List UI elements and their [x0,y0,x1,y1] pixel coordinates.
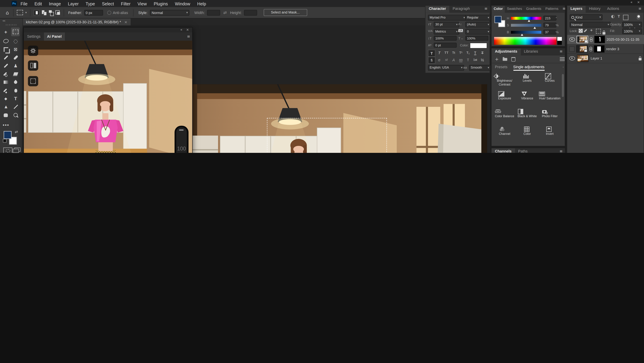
menu-filter[interactable]: Filter [121,1,130,6]
menu-file[interactable]: File [20,1,28,6]
language-select[interactable]: English: USA▾ [428,65,464,71]
tab-character[interactable]: Character [426,6,449,13]
dodge-tool[interactable] [12,87,20,94]
height-input[interactable] [244,10,257,16]
selection-intersect-icon[interactable] [56,10,60,15]
mask-link-icon[interactable] [589,47,592,50]
width-input[interactable] [207,10,220,16]
visibility-icon[interactable] [569,56,575,60]
menu-window[interactable]: Window [175,1,190,6]
hue-value[interactable]: 215 [543,16,556,21]
blend-mode-select[interactable]: Normal▾ [570,22,610,28]
adj-color-balance[interactable]: Color Balance [495,109,514,126]
collapse-toolbar-icon[interactable]: << [2,19,5,22]
visibility-icon[interactable] [569,37,575,42]
faux-bold-button[interactable]: T [428,50,435,57]
adj-vibrance[interactable]: Vibrance [521,91,533,109]
kerning-select[interactable]: Metrics▾ [434,29,459,35]
superscript-button[interactable]: T¹ [458,50,464,56]
adj-curves[interactable]: Curves [545,73,554,91]
list-view-icon[interactable] [560,57,564,61]
fractions-button[interactable]: ½ [479,57,486,63]
layer-row-layer1[interactable]: Layer 1 [567,54,644,63]
brush-tool[interactable] [2,62,10,69]
healing-brush-tool[interactable] [12,54,20,61]
tab-gradients[interactable]: Gradients [524,6,543,13]
layer-row-render3[interactable]: render 3 [567,44,644,54]
zoom-tool[interactable] [12,111,20,119]
move-tool[interactable]: + [2,28,10,36]
ai-strength-slider[interactable]: 100 [174,126,188,153]
history-brush-tool[interactable] [2,70,10,78]
lock-position-icon[interactable]: + [590,28,592,32]
selection-subtract-icon[interactable] [48,10,53,15]
close-tab-icon[interactable]: × [124,20,127,24]
hue-slider[interactable] [511,17,542,20]
adjustment-trash-icon[interactable] [512,57,516,62]
character-menu-icon[interactable]: ≡ [482,6,490,13]
adj-black-white[interactable]: Black & White [518,109,537,126]
ai-fullscreen-button[interactable] [28,76,38,86]
strikethrough-button[interactable]: T [479,50,486,56]
filter-toggle[interactable] [636,14,640,20]
tab-libraries[interactable]: Libraries [521,49,542,55]
tab-patterns[interactable]: Patterns [543,6,560,13]
ordinals-button[interactable]: 1st [472,57,478,63]
contextual-alternates-button[interactable]: σ [436,57,442,63]
adjustment-folder-icon[interactable] [503,58,507,61]
subtab-single-adjustments[interactable]: Single adjustments [513,65,544,71]
eraser-tool[interactable] [12,70,20,78]
menu-help[interactable]: Help [197,1,206,6]
layers-menu-icon[interactable]: ≡ [636,6,644,13]
filter-shape-layers-icon[interactable] [623,15,628,20]
adjustments-scrollbar[interactable] [562,74,564,97]
ai-panel-titlebar[interactable]: « × [24,28,192,32]
all-caps-button[interactable]: TT [443,50,450,56]
ligatures-button[interactable]: fi [428,57,435,64]
adj-invert[interactable]: Invert [546,126,554,144]
opacity-select[interactable]: 100%▾ [622,22,642,28]
font-family-select[interactable]: Myriad Pro▾ [428,15,466,21]
menu-image[interactable]: Image [49,1,61,6]
adjustments-menu-icon[interactable]: ≡ [558,49,565,55]
menu-view[interactable]: View [138,1,147,6]
ai-panel-collapse-icon[interactable]: « [180,28,182,32]
filter-type-layers-icon[interactable]: T [618,14,620,19]
subscript-button[interactable]: T₁ [465,50,471,56]
discretionary-ligatures-button[interactable]: st [443,57,450,63]
path-select-tool[interactable]: ▶ [2,103,10,111]
select-and-mask-button[interactable]: Select and Mask... [264,9,307,16]
channels-menu-icon[interactable]: ≡ [558,148,565,153]
lasso-tool[interactable] [2,37,10,45]
default-colors-icon[interactable] [3,139,6,142]
feather-input[interactable]: 0 px [84,10,103,16]
visibility-empty[interactable] [569,46,574,52]
menu-plugins[interactable]: Plugins [154,1,168,6]
eyedropper-tool[interactable] [2,54,10,61]
ai-panel-menu-icon[interactable]: ≡ [185,33,192,41]
titling-alternates-button[interactable]: T [465,57,471,63]
selection-brush-tool[interactable]: ◌ [12,37,20,45]
font-style-select[interactable]: Regular▾ [465,15,491,21]
fill-select[interactable]: 100%▾ [622,28,642,34]
blur-tool[interactable] [12,78,20,86]
brightness-value[interactable]: 37 [543,30,556,35]
adj-exposure[interactable]: +Exposure [498,91,511,109]
clone-stamp-tool[interactable]: ♟ [12,62,20,69]
frame-tool[interactable]: ⊠ [12,46,20,53]
tab-history[interactable]: History [586,6,604,13]
layer-filter-kind[interactable]: Kind ▾ [570,14,602,20]
gradient-tool[interactable] [2,78,10,86]
ai-tab-settings[interactable]: Settings [24,33,44,41]
faux-italic-button[interactable]: T [436,50,442,56]
lock-transparency-icon[interactable] [579,29,583,33]
marquee-tool-preset[interactable] [16,10,23,15]
color-spectrum-ramp[interactable] [494,37,556,45]
adj-brightness-contrast[interactable]: Brightness/ Contrast [493,73,516,91]
document-tab[interactable]: kitchen 02.png @ 100% (2025-03-30-21-11-… [23,19,131,26]
lock-pixels-icon[interactable] [585,29,586,32]
add-adjustment-icon[interactable]: + [495,57,499,62]
tracking-select[interactable]: 0▾ [465,29,491,35]
screen-mode-icon[interactable] [13,148,20,152]
ai-tab-aipanel[interactable]: Ai Panel [44,33,65,41]
